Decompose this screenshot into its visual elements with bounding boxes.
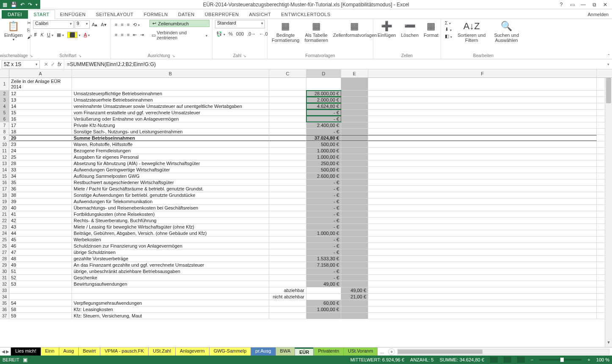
expand-formula-bar-icon[interactable]: ▾ [605, 62, 612, 66]
cell[interactable]: Restbuchwert ausgeschiedener Wirtschafts… [72, 179, 269, 185]
cell[interactable]: übrige Schuldzinsen [72, 249, 269, 255]
cell[interactable]: gezahlte Vorsteuerbeträge [72, 256, 269, 262]
fx-icon[interactable]: fx [58, 61, 61, 67]
cell[interactable]: Ausgaben für eigenes Personal [72, 154, 269, 160]
cell[interactable] [269, 179, 306, 185]
cell[interactable]: 2.600,00 € [306, 173, 341, 179]
vertical-scrollbar[interactable]: ▲ ▼ [605, 78, 612, 347]
row-header[interactable]: 9 [0, 135, 9, 141]
table-row[interactable]: 1023Waren, Rohstoffe, Hilfsstoffe500,00 … [0, 141, 612, 148]
cell[interactable]: - € [306, 179, 341, 185]
cell[interactable]: Beiträge, Gebühren, Abgaben, Versich. (o… [72, 230, 269, 236]
table-row[interactable]: 414vereinnahmte Umsatzsteuer sowie Umsat… [0, 103, 612, 110]
row-header[interactable]: 27 [0, 249, 9, 255]
table-row[interactable]: 34nicht abziehbar21,00 € [0, 294, 612, 300]
redo-icon[interactable]: ↷ [27, 2, 33, 8]
table-row[interactable]: 3253Bewirtungsaufwendungen49,00 € [0, 281, 612, 287]
sheet-tab[interactable]: GWG-Sammelp [209, 347, 251, 356]
increase-font-button[interactable]: A▴ [91, 22, 99, 28]
table-row[interactable]: 313Umsatzsteuerfreie Betriebseinnahmen2.… [0, 97, 612, 103]
cell[interactable]: 41 [9, 211, 72, 217]
table-row[interactable]: 818Sonstige Sach-, Nutzungs- und Leistun… [0, 129, 612, 135]
cell[interactable] [341, 281, 368, 287]
row-header[interactable]: 7 [0, 122, 9, 128]
cell[interactable] [368, 268, 597, 274]
row-header[interactable]: 25 [0, 237, 9, 243]
cell[interactable] [368, 192, 597, 198]
cell[interactable] [368, 110, 597, 116]
cell[interactable] [341, 167, 368, 173]
view-page-break-button[interactable] [517, 357, 525, 363]
table-row[interactable]: 2545Werbekosten- € [0, 237, 612, 243]
row-header[interactable]: 28 [0, 256, 9, 262]
cell[interactable] [368, 243, 597, 249]
cell[interactable] [341, 154, 368, 160]
cell[interactable] [269, 91, 306, 97]
cell[interactable]: 48 [9, 256, 72, 262]
table-row[interactable]: 2646Schuldzinsen zur Finanzierung von An… [0, 243, 612, 249]
cell[interactable]: 58 [9, 306, 72, 312]
cell[interactable] [368, 306, 597, 312]
cell[interactable]: 1.533,30 € [306, 256, 341, 262]
view-page-layout-button[interactable] [504, 357, 511, 363]
cell[interactable]: 28.000,00 € [306, 91, 341, 97]
zoom-out-button[interactable]: − [531, 357, 533, 362]
row-header[interactable]: 36 [0, 306, 9, 312]
row-header[interactable]: 15 [0, 173, 9, 179]
cell[interactable]: 18 [9, 129, 72, 135]
decrease-indent-button[interactable]: ⇤ [132, 32, 138, 38]
cell[interactable] [368, 211, 597, 217]
table-row[interactable]: 3051übrige, unbeschränkt abziehbare Betr… [0, 268, 612, 275]
cell[interactable]: Umsatzsteuerpflichtige Betriebseinnahmen [72, 91, 269, 97]
collapse-ribbon-icon[interactable]: ⌃ [607, 53, 610, 58]
cell[interactable]: - € [306, 186, 341, 192]
zoom-slider[interactable] [539, 359, 582, 361]
enter-formula-icon[interactable]: ✓ [51, 61, 55, 67]
row-header[interactable]: 20 [0, 205, 9, 211]
cell[interactable] [306, 78, 341, 90]
cell[interactable]: 38 [9, 192, 72, 198]
table-row[interactable]: 2242Rechts- & Steuerberatung, Buchführun… [0, 218, 612, 224]
cell[interactable] [368, 281, 597, 287]
sheet-nav[interactable]: ◀▶ [0, 349, 11, 354]
cell[interactable] [9, 294, 72, 300]
cell[interactable]: - € [306, 268, 341, 274]
cell[interactable] [269, 268, 306, 274]
cell[interactable] [341, 135, 368, 141]
number-format-select[interactable]: Standard [215, 20, 265, 28]
sort-filter-button[interactable]: A↓ZSortieren und Filtern [455, 20, 488, 44]
cell[interactable] [341, 211, 368, 217]
col-header-a[interactable]: A [9, 69, 72, 77]
cell[interactable] [341, 141, 368, 147]
new-sheet-button[interactable]: + [388, 348, 395, 355]
cell[interactable] [9, 287, 72, 293]
cell[interactable]: 49,00 € [306, 281, 341, 287]
cell[interactable] [368, 78, 597, 90]
cell[interactable]: 13 [9, 97, 72, 103]
cell[interactable] [368, 230, 597, 236]
cell[interactable] [368, 294, 597, 300]
save-icon[interactable]: 💾 [10, 2, 18, 8]
cell[interactable] [368, 167, 597, 173]
table-row[interactable]: 1Zeile in der Anlage EÜR 2014 [0, 78, 612, 91]
cell[interactable] [341, 268, 368, 274]
cell[interactable] [269, 199, 306, 204]
orientation-button[interactable]: ⟲ [132, 22, 141, 28]
cell[interactable] [269, 103, 306, 109]
cell[interactable]: 7.158,00 € [306, 262, 341, 268]
cell[interactable] [269, 275, 306, 281]
delete-cells-button[interactable]: ➖Löschen [399, 20, 420, 39]
cell[interactable]: vereinnahmte Umsatzsteuer sowie Umsatzst… [72, 103, 269, 109]
cell[interactable] [269, 160, 306, 166]
cell[interactable] [269, 256, 306, 262]
cell[interactable] [368, 224, 597, 230]
sheet-tab[interactable]: Bewirt [78, 347, 101, 356]
font-dialog-icon[interactable]: ↘ [78, 54, 82, 58]
cell[interactable]: 53 [9, 281, 72, 287]
name-box[interactable]: 5Z x 1S [2, 60, 40, 69]
cell[interactable]: 250,00 € [306, 160, 341, 166]
italic-button[interactable]: K [39, 32, 45, 38]
format-cells-button[interactable]: ▦Format [422, 20, 440, 39]
wrap-text-button[interactable]: ↩Zeilenumbruch [149, 20, 210, 27]
cell[interactable] [269, 243, 306, 249]
